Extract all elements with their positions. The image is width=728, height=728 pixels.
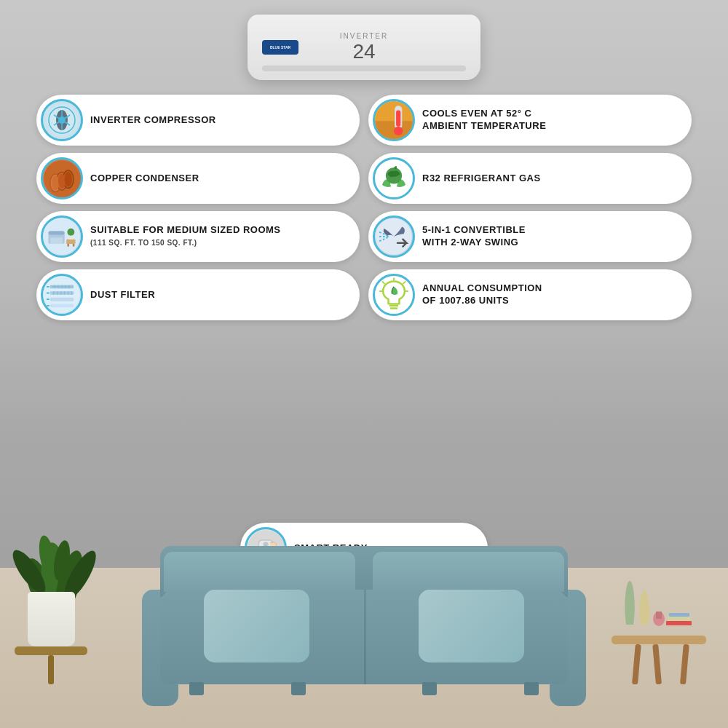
svg-rect-26	[73, 244, 74, 247]
convertible-svg	[375, 218, 413, 256]
svg-rect-9	[396, 110, 400, 126]
copper-svg	[43, 159, 81, 197]
refrigerant-svg	[375, 159, 413, 197]
svg-rect-71	[668, 617, 691, 621]
feature-cools-ambient: COOLS EVEN AT 52° CAMBIENT TEMPERATURE	[368, 95, 692, 146]
sofa-leg-2	[291, 682, 306, 695]
feature-r32-gas: R32 REFRIGERANT GAS	[368, 153, 692, 204]
svg-point-28	[67, 229, 74, 236]
sofa-body	[160, 590, 568, 684]
svg-point-15	[52, 175, 59, 190]
ac-vents	[262, 66, 466, 71]
side-table-right	[612, 592, 706, 684]
copper-condenser-label: COPPER CONDENSER	[90, 173, 199, 185]
feature-energy: ANNUAL CONSUMPTIONOF 1007.86 UNITS	[368, 269, 692, 320]
svg-rect-69	[656, 612, 662, 619]
room-icon	[41, 215, 83, 258]
svg-point-17	[65, 172, 72, 186]
ac-unit: BLUE STAR INVERTER 24	[248, 15, 480, 80]
r32-gas-label: R32 REFRIGERANT GAS	[422, 173, 541, 185]
svg-rect-72	[669, 613, 689, 617]
svg-point-16	[58, 174, 66, 189]
energy-label: ANNUAL CONSUMPTIONOF 1007.86 UNITS	[422, 282, 542, 307]
refrigerant-icon	[373, 157, 415, 199]
feature-dust-filter: DUST FILTER	[36, 269, 360, 320]
svg-rect-22	[48, 232, 64, 235]
dust-icon	[41, 274, 83, 316]
energy-svg	[375, 276, 413, 314]
sofa-leg-3	[422, 682, 437, 695]
convertible-label: 5-IN-1 CONVERTIBLEWITH 2-WAY SWING	[422, 224, 526, 249]
copper-icon	[41, 157, 83, 199]
svg-point-10	[394, 127, 403, 135]
svg-rect-46	[50, 298, 74, 301]
svg-rect-24	[66, 240, 75, 244]
thermometer-svg	[375, 101, 413, 139]
energy-icon	[373, 274, 415, 316]
convertible-icon	[373, 215, 415, 258]
inverter-label: INVERTER	[340, 32, 388, 40]
feature-inverter-compressor: INVERTER COMPRESSOR	[36, 95, 360, 146]
room-size-sub: (111 SQ. FT. TO 150 SQ. FT.)	[90, 239, 197, 247]
dust-svg	[43, 276, 81, 314]
plant-left	[15, 592, 87, 684]
ac-brand-logo: BLUE STAR	[262, 40, 298, 55]
svg-rect-47	[50, 304, 74, 307]
sofa-cushion-left	[204, 590, 309, 662]
compressor-icon	[41, 99, 83, 141]
sofa-cushion-right	[419, 590, 524, 662]
feature-room-size: SUITABLE FOR MEDIUM SIZED ROOMS (111 SQ.…	[36, 211, 360, 262]
svg-rect-23	[50, 237, 63, 244]
cools-ambient-label: COOLS EVEN AT 52° CAMBIENT TEMPERATURE	[422, 108, 546, 132]
room-size-label: SUITABLE FOR MEDIUM SIZED ROOMS (111 SQ.…	[90, 224, 281, 249]
room-svg	[43, 218, 81, 256]
feature-copper-condenser: COPPER CONDENSER	[36, 153, 360, 204]
svg-rect-70	[666, 621, 692, 625]
sofa-leg-4	[524, 682, 539, 695]
ac-display: INVERTER 24	[340, 32, 388, 63]
svg-rect-25	[67, 244, 68, 247]
compressor-svg	[47, 105, 77, 135]
svg-rect-7	[375, 121, 413, 139]
sofa-leg-1	[189, 682, 204, 695]
vases-svg	[615, 574, 695, 632]
inverter-compressor-label: INVERTER COMPRESSOR	[90, 114, 216, 127]
features-area: INVERTER COMPRESSOR COOLS EVEN AT 52° CA…	[36, 95, 692, 320]
feature-convertible: 5-IN-1 CONVERTIBLEWITH 2-WAY SWING	[368, 211, 692, 262]
dust-filter-label: DUST FILTER	[90, 289, 155, 301]
ac-temperature: 24	[340, 40, 388, 63]
sofa	[153, 546, 575, 684]
thermometer-icon	[373, 99, 415, 141]
